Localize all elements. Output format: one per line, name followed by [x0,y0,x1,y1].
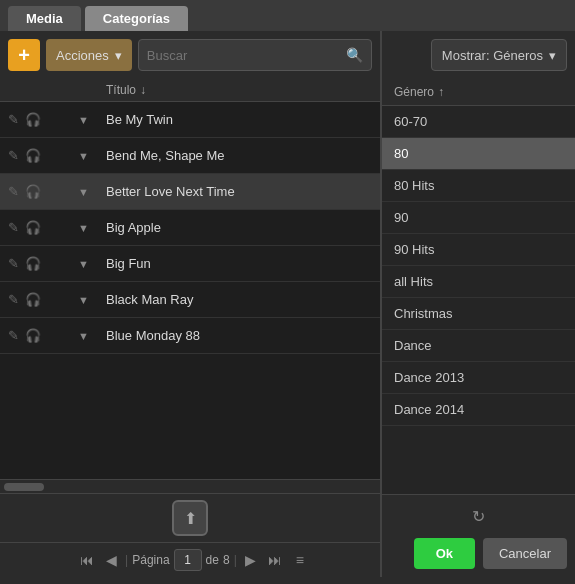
headphone-icon[interactable]: 🎧 [25,184,41,199]
table-row[interactable]: ✎ 🎧 ▼ Big Fun [0,246,380,282]
menu-button[interactable]: ≡ [296,552,304,568]
row-expand: ▼ [78,186,106,198]
genre-item[interactable]: Dance [382,330,575,362]
of-label: de [206,553,219,567]
expand-button[interactable]: ▼ [78,258,89,270]
left-panel: + Acciones ▾ 🔍 Título ↓ ✎ [0,31,382,577]
refresh-button[interactable]: ↻ [472,507,485,526]
genre-header: Género ↑ [382,79,575,106]
expand-button[interactable]: ▼ [78,114,89,126]
row-icons: ✎ 🎧 [8,148,78,163]
genre-item[interactable]: 90 [382,202,575,234]
row-title: Be My Twin [106,112,372,127]
search-box: 🔍 [138,39,372,71]
genre-item[interactable]: 80 [382,138,575,170]
page-input[interactable] [174,549,202,571]
table-row[interactable]: ✎ 🎧 ▼ Black Man Ray [0,282,380,318]
row-title: Big Fun [106,256,372,271]
edit-icon[interactable]: ✎ [8,328,19,343]
row-icons: ✎ 🎧 [8,292,78,307]
expand-button[interactable]: ▼ [78,330,89,342]
row-title: Better Love Next Time [106,184,372,199]
title-column-label: Título [106,83,136,97]
row-expand: ▼ [78,150,106,162]
table-row[interactable]: ✎ 🎧 ▼ Bend Me, Shape Me [0,138,380,174]
table-header: Título ↓ [0,79,380,102]
genre-item[interactable]: Dance 2013 [382,362,575,394]
total-pages: 8 [223,553,230,567]
right-bottom: ↻ Ok Cancelar [382,494,575,577]
right-toolbar: Mostrar: Géneros ▾ [382,31,575,79]
actions-chevron-icon: ▾ [115,48,122,63]
search-input[interactable] [147,48,342,63]
row-icons: ✎ 🎧 [8,328,78,343]
row-icons: ✎ 🎧 [8,112,78,127]
upload-icon: ⬆ [184,509,197,528]
first-page-button[interactable]: ⏮ [76,550,98,570]
upload-area: ⬆ [0,493,380,542]
ok-button[interactable]: Ok [414,538,475,569]
mostrar-label: Mostrar: Géneros [442,48,543,63]
row-expand: ▼ [78,294,106,306]
table-row[interactable]: ✎ 🎧 ▼ Better Love Next Time [0,174,380,210]
headphone-icon[interactable]: 🎧 [25,112,41,127]
next-page-button[interactable]: ▶ [241,550,260,570]
cancel-button[interactable]: Cancelar [483,538,567,569]
headphone-icon[interactable]: 🎧 [25,220,41,235]
title-sort-icon: ↓ [140,83,146,97]
genre-item[interactable]: all Hits [382,266,575,298]
horizontal-scrollbar[interactable] [0,479,380,493]
refresh-area: ↻ [390,503,567,530]
left-toolbar: + Acciones ▾ 🔍 [0,31,380,79]
right-separator: | [234,553,237,567]
genre-item[interactable]: 80 Hits [382,170,575,202]
row-expand: ▼ [78,258,106,270]
edit-icon[interactable]: ✎ [8,112,19,127]
header-title-col[interactable]: Título ↓ [106,83,372,97]
table-body: ✎ 🎧 ▼ Be My Twin ✎ 🎧 ▼ Bend Me, Shape Me [0,102,380,479]
last-page-button[interactable]: ⏭ [264,550,286,570]
genre-item[interactable]: Dance 2014 [382,394,575,426]
table-row[interactable]: ✎ 🎧 ▼ Blue Monday 88 [0,318,380,354]
actions-button[interactable]: Acciones ▾ [46,39,132,71]
headphone-icon[interactable]: 🎧 [25,328,41,343]
row-icons: ✎ 🎧 [8,256,78,271]
edit-icon[interactable]: ✎ [8,256,19,271]
refresh-icon: ↻ [472,508,485,525]
genre-sort-icon: ↑ [438,85,444,99]
scrollbar-thumb[interactable] [4,483,44,491]
right-panel: Mostrar: Géneros ▾ Género ↑ 60-70 80 80 … [382,31,575,577]
expand-button[interactable]: ▼ [78,294,89,306]
row-expand: ▼ [78,222,106,234]
mostrar-button[interactable]: Mostrar: Géneros ▾ [431,39,567,71]
headphone-icon[interactable]: 🎧 [25,148,41,163]
genre-item[interactable]: Christmas [382,298,575,330]
pagination-toolbar: ⏮ ◀ | Página de 8 | ▶ ⏭ ≡ [0,542,380,577]
prev-page-button[interactable]: ◀ [102,550,121,570]
expand-button[interactable]: ▼ [78,222,89,234]
expand-button[interactable]: ▼ [78,150,89,162]
row-title: Big Apple [106,220,372,235]
mostrar-chevron-icon: ▾ [549,48,556,63]
actions-label: Acciones [56,48,109,63]
table-row[interactable]: ✎ 🎧 ▼ Be My Twin [0,102,380,138]
tab-media[interactable]: Media [8,6,81,31]
genre-item[interactable]: 60-70 [382,106,575,138]
expand-button[interactable]: ▼ [78,186,89,198]
search-icon: 🔍 [346,47,363,63]
genre-item[interactable]: 90 Hits [382,234,575,266]
page-label: Página [132,553,169,567]
table-row[interactable]: ✎ 🎧 ▼ Big Apple [0,210,380,246]
left-separator: | [125,553,128,567]
upload-button[interactable]: ⬆ [172,500,208,536]
row-icons: ✎ 🎧 [8,220,78,235]
edit-icon[interactable]: ✎ [8,292,19,307]
add-button[interactable]: + [8,39,40,71]
edit-icon[interactable]: ✎ [8,148,19,163]
headphone-icon[interactable]: 🎧 [25,256,41,271]
tab-categorias[interactable]: Categorías [85,6,188,31]
headphone-icon[interactable]: 🎧 [25,292,41,307]
edit-icon[interactable]: ✎ [8,220,19,235]
row-icons: ✎ 🎧 [8,184,78,199]
edit-icon[interactable]: ✎ [8,184,19,199]
